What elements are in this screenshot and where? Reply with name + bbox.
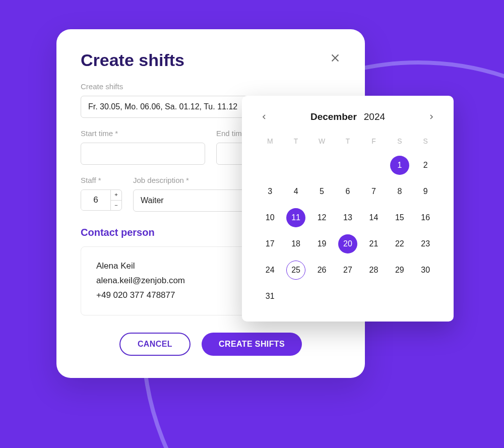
- calendar-day[interactable]: 5: [312, 182, 332, 201]
- staff-stepper-buttons: + −: [110, 190, 121, 210]
- calendar-day[interactable]: 23: [416, 234, 435, 253]
- calendar-cell: 15: [387, 208, 412, 228]
- calendar-weekday: S: [387, 137, 412, 149]
- calendar-cell: 29: [387, 260, 412, 280]
- calendar-cell: 31: [257, 286, 283, 306]
- calendar-cell: 18: [283, 234, 308, 254]
- calendar-day[interactable]: 21: [364, 234, 383, 253]
- calendar-cell: 22: [387, 234, 412, 254]
- start-time-label: Start time *: [81, 129, 205, 138]
- calendar-cell: 14: [361, 208, 387, 228]
- modal-title: Create shifts: [81, 50, 184, 70]
- calendar-cell: 13: [335, 208, 360, 228]
- calendar-cell: 28: [361, 260, 387, 280]
- calendar-day[interactable]: 1: [390, 156, 409, 175]
- calendar-cell: 17: [257, 234, 283, 254]
- calendar-day[interactable]: 26: [312, 261, 332, 280]
- modal-actions: CANCEL CREATE SHIFTS: [81, 333, 341, 356]
- calendar-day[interactable]: 29: [390, 261, 409, 280]
- calendar-day[interactable]: 11: [286, 208, 305, 227]
- calendar-cell: 24: [257, 260, 283, 280]
- calendar-cell: 25: [283, 260, 308, 280]
- prev-month-icon[interactable]: [257, 110, 271, 124]
- staff-label: Staff *: [81, 176, 122, 184]
- calendar-day[interactable]: 7: [364, 182, 383, 201]
- calendar-day[interactable]: 22: [390, 234, 409, 253]
- calendar-weekday: F: [361, 137, 387, 149]
- calendar-cell: 21: [361, 234, 387, 254]
- calendar-grid: MTWTFSS123456789101112131415161718192021…: [257, 137, 438, 306]
- staff-value[interactable]: 6: [81, 190, 110, 210]
- staff-increment-button[interactable]: +: [111, 190, 121, 201]
- calendar-empty-cell: [361, 155, 387, 175]
- calendar-day[interactable]: 30: [416, 261, 435, 280]
- calendar-day[interactable]: 15: [390, 208, 409, 227]
- calendar-day[interactable]: 20: [338, 234, 357, 253]
- calendar-empty-cell: [257, 155, 283, 175]
- calendar-day[interactable]: 9: [416, 182, 435, 201]
- calendar-day[interactable]: 18: [286, 234, 305, 253]
- calendar-cell: 23: [413, 234, 438, 254]
- calendar-cell: 7: [361, 181, 387, 202]
- next-month-icon[interactable]: [424, 110, 438, 124]
- calendar-empty-cell: [309, 155, 335, 175]
- close-icon[interactable]: [330, 52, 341, 63]
- calendar-day[interactable]: 10: [261, 208, 280, 227]
- calendar-cell: 11: [283, 208, 308, 228]
- date-picker: December 2024 MTWTFSS1234567891011121314…: [242, 96, 454, 322]
- create-shifts-button[interactable]: CREATE SHIFTS: [202, 333, 302, 356]
- calendar-cell: 6: [335, 181, 360, 202]
- calendar-year: 2024: [364, 111, 385, 122]
- calendar-header: December 2024: [257, 110, 438, 124]
- calendar-cell: 26: [309, 260, 335, 280]
- calendar-day[interactable]: 19: [312, 234, 332, 253]
- calendar-cell: 27: [335, 260, 360, 280]
- calendar-day[interactable]: 24: [261, 261, 280, 280]
- calendar-cell: 10: [257, 208, 283, 228]
- calendar-cell: 19: [309, 234, 335, 254]
- calendar-day[interactable]: 2: [416, 156, 435, 175]
- calendar-month: December: [310, 111, 357, 122]
- calendar-weekday: T: [335, 137, 360, 149]
- calendar-day[interactable]: 12: [312, 208, 332, 227]
- cancel-button[interactable]: CANCEL: [119, 333, 191, 356]
- dates-label: Create shifts: [81, 82, 341, 91]
- calendar-cell: 1: [387, 155, 412, 175]
- modal-header: Create shifts: [81, 50, 341, 70]
- calendar-day[interactable]: 17: [261, 234, 280, 253]
- calendar-day[interactable]: 31: [261, 287, 280, 306]
- calendar-title: December 2024: [277, 111, 418, 122]
- staff-field: Staff * 6 + −: [81, 176, 122, 212]
- calendar-cell: 3: [257, 181, 283, 202]
- calendar-day[interactable]: 27: [338, 261, 357, 280]
- staff-stepper: 6 + −: [81, 189, 122, 211]
- calendar-day[interactable]: 13: [338, 208, 357, 227]
- calendar-cell: 12: [309, 208, 335, 228]
- calendar-day[interactable]: 25: [286, 261, 305, 280]
- calendar-cell: 5: [309, 181, 335, 202]
- calendar-cell: 2: [413, 155, 438, 175]
- calendar-cell: 20: [335, 234, 360, 254]
- calendar-cell: 9: [413, 181, 438, 202]
- calendar-day[interactable]: 3: [261, 182, 280, 201]
- calendar-cell: 4: [283, 181, 308, 202]
- calendar-empty-cell: [283, 155, 308, 175]
- calendar-weekday: M: [257, 137, 283, 149]
- calendar-day[interactable]: 28: [364, 261, 383, 280]
- calendar-weekday: W: [309, 137, 335, 149]
- calendar-cell: 8: [387, 181, 412, 202]
- calendar-cell: 16: [413, 208, 438, 228]
- calendar-weekday: S: [413, 137, 438, 149]
- calendar-cell: 30: [413, 260, 438, 280]
- calendar-day[interactable]: 16: [416, 208, 435, 227]
- calendar-empty-cell: [335, 155, 360, 175]
- start-time-input[interactable]: [81, 143, 205, 165]
- calendar-day[interactable]: 8: [390, 182, 409, 201]
- calendar-day[interactable]: 6: [338, 182, 357, 201]
- calendar-day[interactable]: 14: [364, 208, 383, 227]
- start-time-field: Start time *: [81, 129, 205, 165]
- staff-decrement-button[interactable]: −: [111, 201, 121, 211]
- calendar-day[interactable]: 4: [286, 182, 305, 201]
- calendar-weekday: T: [283, 137, 308, 149]
